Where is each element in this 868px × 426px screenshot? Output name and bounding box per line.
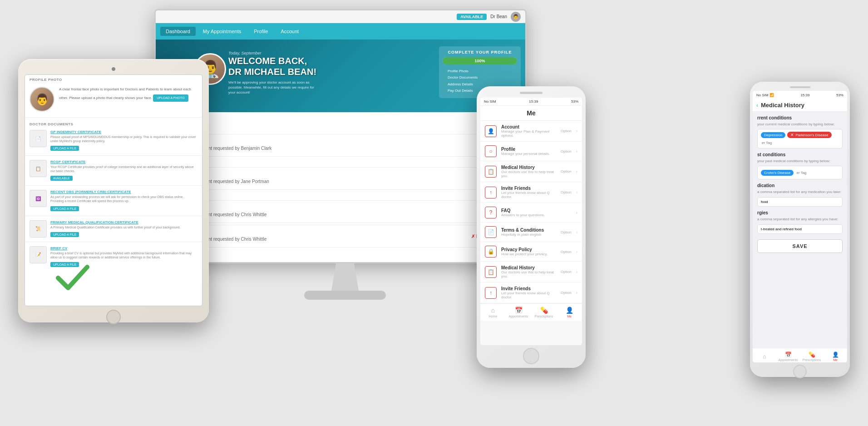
phone-menu-item-privacy[interactable]: 🔒 Privacy Policy How we protect your pri…	[480, 242, 582, 262]
phone-medical-device: No SIM 📶 15:39 53% ‹ Medical History rre…	[750, 82, 850, 377]
phone-bottom-home[interactable]: ⌂ Home	[480, 304, 506, 321]
tablet-doc-info-1: GP INDEMNITY CERTIFICATE Please upload p…	[50, 130, 197, 151]
feed-item-2: 👩 4:00PM Appointment requested by Jane P…	[163, 167, 518, 190]
med-save-button[interactable]: SAVE	[757, 239, 843, 253]
med-past-tags[interactable]: Crohn's Disease	[757, 166, 843, 179]
phone-menu-item-account[interactable]: 👤 Account Manage your Plan & Payment opt…	[480, 121, 582, 142]
phone-invite-sub-2: Let your friends know about Q doctor.	[501, 291, 556, 299]
feed-info-1: 5:00PM Appointment requested by Benjamin…	[187, 140, 483, 151]
home-icon: ⌂	[491, 307, 495, 314]
phone-invite-icon: ↑	[485, 187, 497, 198]
phone-terms-icon: 📄	[485, 226, 497, 238]
tablet-doc-title-3: RECENT DBS (FORMERLY CRB) CERTIFICATE	[50, 190, 197, 194]
monitor-hero: Today, September WELCOME BACK, DR MICHAE…	[156, 40, 525, 112]
phone-bottom-appointments[interactable]: 📅 Appointments	[506, 304, 531, 321]
med-appointments-icon: 📅	[785, 352, 792, 358]
phone-invite-label: Invite Friends	[501, 186, 556, 191]
tablet-avatar-text: A clear frontal face photo is important …	[59, 87, 197, 102]
med-tag-crohns: Crohn's Disease	[761, 170, 794, 176]
phone-menu-item-faq[interactable]: ? FAQ Answers to your questions. ›	[480, 203, 582, 223]
tablet-doc-upload-btn-4[interactable]: UPLOAD A FILE	[50, 232, 79, 237]
tablet-doc-thumb-2: 📋	[30, 160, 47, 177]
med-past-title: st conditions	[757, 152, 843, 157]
phone-faq-icon: ?	[485, 207, 497, 218]
phone-menu-home-button[interactable]	[523, 348, 539, 364]
feed-title: y Feed	[163, 117, 518, 124]
phone-battery: 53%	[571, 99, 578, 104]
phone-medical-label-2: Medical History	[501, 265, 556, 270]
tablet-divider-3	[25, 185, 202, 186]
med-medication-input[interactable]	[757, 197, 843, 207]
phone-privacy-label: Privacy Policy	[501, 247, 556, 252]
phone-profile-icon: ○	[485, 145, 497, 157]
available-button[interactable]: AVAILABLE	[457, 14, 487, 20]
tablet-doc-desc-3: As part of your onboarding process we wi…	[50, 195, 197, 203]
phone-bottom-prescriptions[interactable]: 💊 Prescriptions	[531, 304, 557, 321]
activity-feed: y Feed FRIDAY, 2 JUN 👨 5:00PM Appointmen…	[156, 112, 525, 253]
phone-privacy-icon: 🔒	[485, 246, 497, 258]
phone-medical-sub-2: Our doctors use this to help treat you.	[501, 270, 556, 278]
tablet-screen: PROFILE PHOTO 👨 A clear frontal face pho…	[25, 74, 202, 306]
med-bottom-prescriptions[interactable]: 💊 Prescriptions	[800, 348, 824, 362]
phone-menu-item-invite-friends[interactable]: ↑ Invite Friends Let your friends know a…	[480, 182, 582, 203]
med-past-sub: your past medical conditions by typing b…	[757, 159, 843, 163]
phone-terms-option: Option	[561, 230, 572, 234]
tablet-doc-available-btn-2[interactable]: AVAILABLE	[50, 176, 73, 181]
nav-profile[interactable]: Profile	[248, 27, 273, 36]
phone-invite-text-2: Invite Friends Let your friends know abo…	[501, 286, 556, 299]
nav-dashboard[interactable]: Dashboard	[160, 27, 196, 36]
med-prescriptions-label: Prescriptions	[803, 358, 821, 362]
med-bottom-me[interactable]: 👤 Me	[824, 348, 847, 362]
med-allergies-title: rgies	[757, 210, 843, 215]
phone-privacy-text: Privacy Policy How we protect your priva…	[501, 247, 556, 256]
phone-terms-label: Terms & Conditions	[501, 228, 556, 233]
tablet-profile-photo-title: PROFILE PHOTO	[25, 75, 202, 83]
tablet-outer: PROFILE PHOTO 👨 A clear frontal face pho…	[18, 59, 209, 322]
tablet-doc-title-2: RCGP CERTIFICATE	[50, 160, 197, 164]
med-bottom-home[interactable]: ⌂	[753, 348, 776, 362]
phone-medical-home-button[interactable]	[793, 365, 807, 378]
phone-account-chevron: ›	[576, 129, 577, 134]
phone-terms-chevron: ›	[576, 230, 577, 235]
med-nav-bar: ‹ Medical History	[753, 99, 847, 112]
nav-appointments[interactable]: My Appointments	[197, 27, 247, 36]
phone-menu-outer: No SIM 15:39 53% Me 👤 Account Manage you…	[477, 86, 586, 368]
phone-menu-item-profile[interactable]: ○ Profile Manage your personal details. …	[480, 142, 582, 161]
phone-menu-item-medical-history-2[interactable]: 📋 Medical History Our doctors use this t…	[480, 262, 582, 282]
feed-date-3: MONDAY, 20 MAR	[163, 193, 518, 198]
phone-menu-item-medical-history[interactable]: 📋 Medical History Our doctors use this t…	[480, 161, 582, 182]
feed-info-2: 4:00PM Appointment requested by Jane Por…	[187, 173, 483, 184]
nav-account[interactable]: Account	[275, 27, 304, 36]
med-current-tag-input[interactable]	[761, 140, 839, 146]
phone-faq-sub: Answers to your questions.	[501, 213, 567, 217]
med-bottom-appointments[interactable]: 📅 Appointments	[776, 348, 800, 362]
phone-terms-sub: Hopefully in plain english	[501, 233, 556, 237]
med-allergies-input[interactable]	[757, 224, 843, 234]
tablet-doc-item-2: 📋 RCGP CERTIFICATE Your RCGP Certificate…	[25, 158, 202, 183]
med-back-button[interactable]: ‹	[756, 102, 758, 109]
phone-invite-chevron: ›	[576, 190, 577, 195]
phone-account-icon: 👤	[485, 125, 497, 137]
tablet-doc-upload-btn-1[interactable]: UPLOAD A FILE	[50, 146, 79, 151]
tablet-doc-item-4: 📜 PRIMARY MEDICAL QUALIFICATION CERTIFIC…	[25, 218, 202, 240]
phone-menu-item-terms[interactable]: 📄 Terms & Conditions Hopefully in plain …	[480, 223, 582, 242]
tablet-upload-photo-btn[interactable]: UPLOAD A PHOTO	[153, 94, 188, 102]
phone-medical-option-2: Option	[561, 270, 572, 274]
med-content: rrent conditions your current medical co…	[753, 112, 847, 348]
phone-menu-speaker	[520, 92, 542, 94]
hero-title: WELCOME BACK, DR MICHAEL BEAN!	[228, 55, 319, 77]
tablet-checkmark	[54, 259, 91, 295]
hero-date: Today, September	[228, 51, 319, 55]
tablet-doc-thumb-4: 📜	[30, 220, 47, 238]
user-name: Dr Bean	[490, 14, 507, 19]
med-current-tags[interactable]: Depression ✕ Parkinson's Disease	[757, 129, 843, 149]
med-past-tag-input[interactable]	[795, 170, 839, 176]
tablet-doc-upload-btn-3[interactable]: UPLOAD A FILE	[50, 206, 79, 211]
phone-menu-item-invite-2[interactable]: ↑ Invite Friends Let your friends know a…	[480, 282, 582, 303]
phone-privacy-chevron: ›	[576, 249, 577, 254]
tablet-home-button[interactable]	[106, 310, 121, 324]
tag-remove-icon[interactable]: ✕	[790, 133, 794, 137]
phone-profile-chevron: ›	[576, 149, 577, 154]
phone-bottom-me[interactable]: 👤 Me	[557, 304, 582, 321]
tablet-doc-info-4: PRIMARY MEDICAL QUALIFICATION CERTIFICAT…	[50, 220, 197, 238]
